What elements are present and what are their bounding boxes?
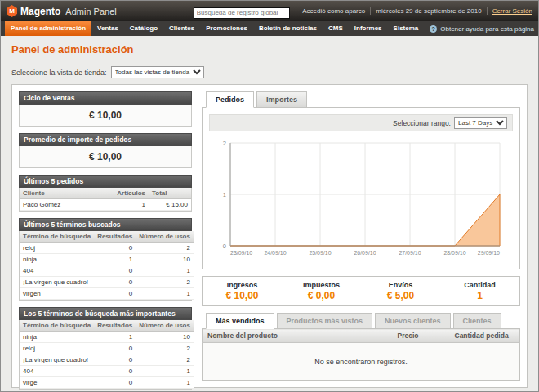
nav-item-dashboard[interactable]: Panel de administración [5,21,91,36]
bestsellers-grid: Nombre del producto Precio Cantidad pedi… [202,328,520,381]
separator [487,7,488,15]
page-help-link[interactable]: ? Obtener ayuda para esta página [430,21,534,36]
orders-chart-panel: Seleccionar rango: Last 7 Days 01223/09/… [202,107,520,270]
box-title: Últimos 5 pedidos [19,175,192,188]
store-view-select[interactable]: Todas las vistas de tienda [111,66,204,78]
cell-uses: 1 [136,265,194,277]
current-date: miércoles 29 de septiembre de 2010 [376,7,481,15]
logout-link[interactable]: Cerrar Sesión [492,7,532,15]
cell-uses: 10 [136,254,194,265]
cell-term: virgen [20,288,94,300]
cell-term: ¡La virgen que cuadro! [20,354,94,366]
table-row[interactable]: ¡La virgen que cuadro! 0 2 [20,277,194,288]
cell-uses: 2 [136,354,194,366]
logged-in-as: Accedió como aparco [302,7,365,15]
tab-importes[interactable]: Importes [256,91,307,108]
empty-message: No se encontraron registros. [203,343,520,381]
stat-value: € 5,00 [361,290,440,301]
cell-total: € 15,00 [149,199,191,211]
stat-cantidad: Cantidad 1 [440,281,519,301]
range-select[interactable]: Last 7 Days [454,117,507,129]
svg-text:1: 1 [223,191,226,198]
svg-text:24/09/10: 24/09/10 [264,250,286,256]
table-row[interactable]: 404 0 1 [20,265,194,277]
column-header: Nombre del producto [203,329,393,343]
tab-pedidos[interactable]: Pedidos [206,91,254,108]
cell-results: 1 [94,254,136,265]
cell-term: reloj [20,343,94,354]
header-bar: M Magento Admin Panel Accedió como aparc… [1,1,538,21]
tab-mas-vendidos[interactable]: Más vendidos [206,313,274,329]
totals-bar: Ingresos € 10,00 Impuestos € 0,00 Envíos… [202,276,520,306]
divider [11,60,528,60]
cell-term: 404 [20,265,94,277]
table-row[interactable]: Paco Gomez 1 € 15,00 [20,199,191,211]
column-header: Precio [393,329,450,343]
tab-productos-mas-vistos: Productos más vistos [277,313,373,329]
box-title: Últimos 5 términos buscados [19,218,192,231]
cell-results: 0 [94,288,136,300]
app-title: Admin Panel [65,7,116,16]
table-row[interactable]: virge 0 1 [20,377,194,389]
cell-results: 0 [94,377,136,389]
box-title: Ciclo de ventas [19,91,192,105]
table-row[interactable]: 404 0 1 [20,366,194,377]
table-row[interactable]: ninja 1 10 [20,332,194,343]
stat-envios: Envíos € 5,00 [361,281,440,301]
table-row[interactable]: ninja 1 10 [20,254,194,265]
cell-results: 0 [94,243,136,254]
store-view-label: Seleccione la vista de tienda: [11,69,107,77]
nav-item-informes[interactable]: Informes [349,21,388,36]
header-user-area: Accedió como aparco miércoles 29 de sept… [290,7,532,15]
help-icon: ? [430,25,437,33]
nav-item-ventas[interactable]: Ventas [91,21,124,36]
column-header: Total [149,188,191,199]
stat-label: Impuestos [282,281,361,289]
stat-label: Envíos [361,281,440,289]
global-search-input[interactable] [194,7,290,19]
table-row[interactable]: virgen 0 1 [20,288,194,300]
range-label: Seleccionar rango: [393,119,451,127]
cell-uses: 1 [136,366,194,377]
cell-cliente: Paco Gomez [20,199,114,211]
cell-term: ninja [20,254,94,265]
dashboard-right-column: Pedidos Importes Seleccionar rango: Last… [202,91,520,381]
svg-text:27/09/10: 27/09/10 [399,250,421,256]
cell-uses: 1 [136,377,194,389]
magento-admin-window: M Magento Admin Panel Accedió como aparc… [0,0,539,392]
cell-term: virge [20,377,94,389]
nav-item-catalogo[interactable]: Catálogo [124,21,163,36]
cell-term: ninja [20,332,94,343]
table-row[interactable]: reloj 0 2 [20,243,194,254]
cell-uses: 10 [136,332,194,343]
svg-text:0: 0 [223,243,226,250]
svg-text:28/09/10: 28/09/10 [443,250,466,256]
nav-item-cms[interactable]: CMS [323,21,349,36]
column-header: Cliente [20,188,114,199]
cell-articulos: 1 [114,199,149,211]
brand-name: Magento [20,6,60,17]
stat-label: Ingresos [203,281,282,289]
cell-uses: 2 [136,243,194,254]
table-row[interactable]: ¡La virgen que cuadro! 0 2 [20,354,194,366]
grids-tabs: Más vendidos Productos más vistos Nuevos… [202,313,520,329]
nav-item-sistema[interactable]: Sistema [388,21,425,36]
cell-term: 404 [20,366,94,377]
stat-label: Cantidad [440,281,519,289]
last-search-terms-table: Término de búsqueda Resultados Número de… [20,231,194,300]
cell-uses: 1 [136,288,194,300]
global-search [194,3,290,19]
cell-term: reloj [20,243,94,254]
column-header: Cantidad pedida [450,329,520,343]
stat-value: € 10,00 [203,290,282,301]
cell-results: 0 [94,366,136,377]
nav-item-clientes[interactable]: Clientes [163,21,200,36]
nav-item-boletin[interactable]: Boletín de noticias [253,21,323,36]
empty-row: No se encontraron registros. [203,343,520,381]
nav-item-promociones[interactable]: Promociones [200,21,253,36]
table-row[interactable]: reloj 0 2 [20,343,194,354]
page-title: Panel de administración [11,43,528,56]
diagram-tabs: Pedidos Importes [202,91,520,108]
top-search-terms-box: Los 5 términos de búsqueda más important… [19,307,192,390]
cell-uses: 2 [136,277,194,288]
